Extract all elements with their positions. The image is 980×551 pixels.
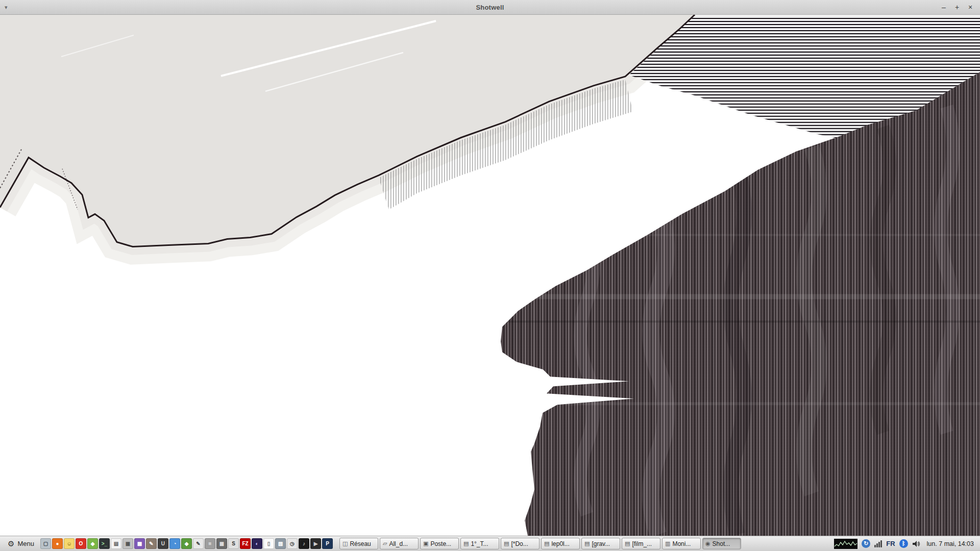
filezilla-icon[interactable]: FZ xyxy=(240,538,251,549)
document-icon: ▤ xyxy=(463,540,469,547)
pidgin-icon[interactable]: ☺ xyxy=(64,538,75,549)
bluetooth-icon[interactable]: ᛒ xyxy=(899,539,908,548)
image-viewer-icon[interactable]: ▧ xyxy=(275,538,286,549)
window-button-label: Réseau xyxy=(350,540,371,547)
window-button-lep0l[interactable]: ▤lep0l... xyxy=(541,538,580,549)
titlebar[interactable]: ▾ Shotwell –+× xyxy=(0,0,980,15)
launcher-strip: ▢●☺O◆>_▤▦▩✎U◔◆✎≡▦SFZ◐▯▧◷♪▶P xyxy=(40,538,333,549)
shotwell-window: ▾ Shotwell –+× xyxy=(0,0,980,536)
files-icon[interactable]: ▦ xyxy=(122,538,133,549)
minimize-button[interactable]: – xyxy=(939,3,948,12)
clock[interactable]: lun. 7 mai, 14:03 xyxy=(924,540,977,547)
show-desktop-icon[interactable]: ▢ xyxy=(40,538,51,549)
shotwell-icon: ◉ xyxy=(705,540,710,547)
window-button-poste[interactable]: ▣Poste... xyxy=(420,538,459,549)
software-manager-icon[interactable]: ◆ xyxy=(87,538,98,549)
maximize-button[interactable]: + xyxy=(952,3,962,12)
window-button-reseau[interactable]: ◫Réseau xyxy=(339,538,378,549)
network-places-icon: ◫ xyxy=(342,540,348,547)
folder-icon: ▱ xyxy=(383,540,387,547)
window-button-label: [film_... xyxy=(632,540,652,547)
text-editor-icon[interactable]: ▤ xyxy=(111,538,121,549)
document-icon: ▤ xyxy=(504,540,509,547)
menu-label: Menu xyxy=(17,540,34,547)
window-button-shotwell[interactable]: ◉Shot... xyxy=(702,538,741,549)
window-button-do[interactable]: ▤[*Do... xyxy=(501,538,540,549)
taskbar: ⚙ Menu ▢●☺O◆>_▤▦▩✎U◔◆✎≡▦SFZ◐▯▧◷♪▶P ◫Rése… xyxy=(0,536,980,551)
pencil-app-icon[interactable]: ✎ xyxy=(193,538,204,549)
window-button-grav[interactable]: ▤[grav... xyxy=(581,538,620,549)
gimp-icon[interactable]: ✎ xyxy=(146,538,157,549)
window-button-label: [grav... xyxy=(592,540,610,547)
p-app-icon[interactable]: P xyxy=(322,538,333,549)
cursor-tool-icon[interactable]: ▶ xyxy=(310,538,321,549)
package-manager-icon[interactable]: ▩ xyxy=(134,538,145,549)
window-button-moni[interactable]: ▥Moni... xyxy=(662,538,701,549)
document-icon: ▤ xyxy=(544,540,549,547)
menu-icon: ⚙ xyxy=(8,539,14,548)
glitched-photo-canvas xyxy=(0,15,980,536)
system-tray: ↻FRᛒ xyxy=(832,539,922,549)
opera-icon[interactable]: O xyxy=(76,538,86,549)
window-menu-icon[interactable]: ▾ xyxy=(5,4,8,11)
window-button-1-t[interactable]: ▤1°_T... xyxy=(460,538,499,549)
window-button-label: [*Do... xyxy=(511,540,528,547)
notepad-icon[interactable]: ▯ xyxy=(263,538,274,549)
window-content xyxy=(0,15,980,536)
terminal-icon[interactable]: >_ xyxy=(99,538,110,549)
window-button-film[interactable]: ▤[film_... xyxy=(622,538,660,549)
window-button-label: Poste... xyxy=(430,540,451,547)
volume-icon[interactable] xyxy=(912,540,920,548)
chromium-icon[interactable]: ◔ xyxy=(169,538,180,549)
menu-button[interactable]: ⚙ Menu xyxy=(3,538,39,550)
window-controls: –+× xyxy=(939,3,980,12)
window-button-label: Moni... xyxy=(672,540,691,547)
document-icon: ▤ xyxy=(584,540,590,547)
computer-icon: ▣ xyxy=(423,540,428,547)
window-button-label: 1°_T... xyxy=(471,540,488,547)
window-list: ◫Réseau▱All_d...▣Poste...▤1°_T...▤[*Do..… xyxy=(339,538,741,549)
document-icon: ▤ xyxy=(625,540,630,547)
calculator-icon[interactable]: ▦ xyxy=(216,538,227,549)
close-button[interactable]: × xyxy=(966,3,975,12)
window-title: Shotwell xyxy=(0,4,980,11)
stylus-app-icon[interactable]: S xyxy=(228,538,239,549)
system-monitor-applet[interactable] xyxy=(834,539,857,549)
archive-icon[interactable]: ≡ xyxy=(205,538,215,549)
update-manager-icon[interactable]: ↻ xyxy=(862,539,870,548)
inkscape-icon[interactable]: ◆ xyxy=(181,538,192,549)
keyboard-layout-indicator[interactable]: FR xyxy=(886,540,895,547)
monitor-icon: ▥ xyxy=(665,540,670,547)
window-button-label: lep0l... xyxy=(551,540,569,547)
network-signal-icon[interactable] xyxy=(874,540,882,547)
window-button-label: All_d... xyxy=(389,540,408,547)
window-button-all-d[interactable]: ▱All_d... xyxy=(380,538,419,549)
firefox-icon[interactable]: ● xyxy=(52,538,63,549)
window-button-label: Shot... xyxy=(713,540,730,547)
eclipse-icon[interactable]: ◐ xyxy=(252,538,262,549)
media-player-icon[interactable]: ♪ xyxy=(299,538,309,549)
unity-icon[interactable]: U xyxy=(158,538,168,549)
clock-app-icon[interactable]: ◷ xyxy=(287,538,298,549)
